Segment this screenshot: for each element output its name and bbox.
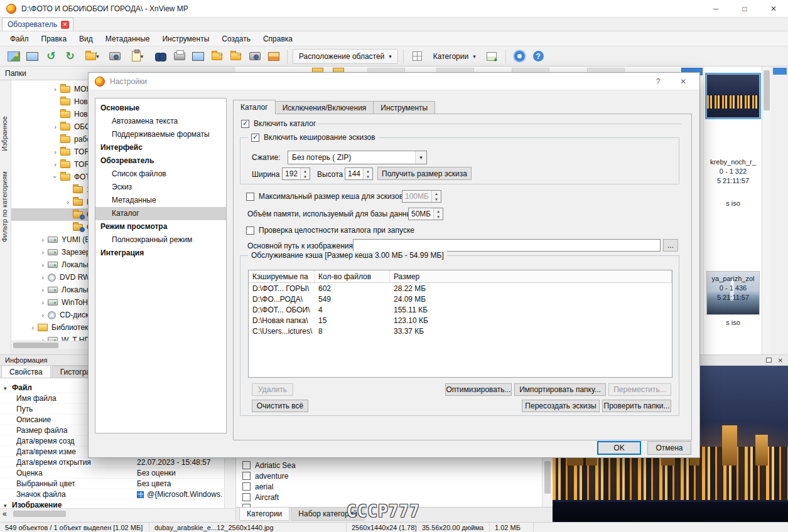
check-folders-button[interactable]: Проверить папки... [602,400,671,412]
chevron-right-icon[interactable]: › [39,261,46,269]
menu-metadata[interactable]: Метаданные [99,33,156,45]
menu-view[interactable]: Вид [73,33,99,45]
tab-catalog[interactable]: Каталог [233,100,276,114]
category-checkbox[interactable] [242,461,251,469]
checkbox-unchecked[interactable] [246,193,254,201]
table-row[interactable]: D:\ФОТ... ОБОИ\4155.11 КБ [249,304,672,315]
nav-view-mode[interactable]: Режим просмотра [95,220,226,233]
chevron-right-icon[interactable]: › [39,286,46,294]
nav-integration[interactable]: Интеграция [95,247,226,260]
menu-file[interactable]: Файл [4,33,35,45]
capture-button[interactable] [246,48,263,65]
checkbox-checked[interactable]: ✓ [241,120,249,128]
chevron-right-icon[interactable]: › [51,161,59,168]
category-row[interactable]: Aircraft [242,492,279,503]
clear-all-button[interactable]: Очистить всё [252,400,308,412]
category-row[interactable]: adventure [242,471,288,481]
integrity-checkbox-row[interactable]: Проверка целостности каталога при запуск… [246,226,414,235]
table-row[interactable]: D:\ФОТ... ГОРЫ\60228.22 МБ [249,283,672,294]
spin-up-icon[interactable]: ▴ [364,168,372,174]
chevron-right-icon[interactable]: › [29,324,36,331]
nav-fullscreen[interactable]: Полноэкранный режим [95,233,226,247]
ok-button[interactable]: OK [597,441,641,455]
spin-up-icon[interactable]: ▴ [434,208,443,214]
close-panel-icon[interactable]: ✕ [778,357,783,364]
categories-dropdown[interactable]: Категории ▾ [428,50,482,63]
minimize-button[interactable]: ─ [701,0,730,18]
cached-folders-table[interactable]: Кэшируемые па Кол-во файлов Размер D:\ФО… [248,270,672,378]
category-checkbox[interactable] [242,493,251,501]
category-row[interactable]: Adriatic Sea [242,460,296,471]
browse-button[interactable]: ... [663,239,678,252]
chevron-right-icon[interactable]: › [39,311,46,319]
scrollbar-thumb[interactable] [13,511,66,517]
category-row[interactable]: aerial [242,481,273,492]
thumb-cache-checkbox[interactable]: ✓ [251,134,259,142]
menu-create[interactable]: Создать [215,33,257,45]
property-row[interactable]: Выбранный цветБез цвета [0,479,224,489]
table-row[interactable]: D:\ФО...РОДА\54924.09 МБ [249,294,672,304]
copy-to-folder-button[interactable]: → [227,48,244,65]
scrollbar-thumb[interactable] [13,343,58,348]
nav-browser[interactable]: Обозреватель [95,154,226,168]
chevron-right-icon[interactable]: › [39,299,46,306]
tab-exclusions[interactable]: Исключения/Включения [275,101,374,114]
settings-button[interactable] [511,48,528,65]
thumbnail-layout-button[interactable] [409,48,426,65]
property-row[interactable]: ОценкаБез оценки [0,468,224,479]
chevron-right-icon[interactable]: › [39,248,46,256]
dialog-close-button[interactable]: ✕ [673,74,693,89]
scrollbar-thumb[interactable] [544,461,551,494]
spin-down-icon[interactable]: ▾ [364,174,372,179]
rebuild-thumbs-button[interactable]: Пересоздать эскизы [522,400,600,412]
move-to-folder-button[interactable]: → [208,48,225,65]
thumbnail-image[interactable] [706,74,760,118]
nav-thumbnail[interactable]: Эскиз [95,181,226,194]
chevron-right-icon[interactable]: › [51,85,59,93]
help-button[interactable]: ? [530,48,547,65]
link-button[interactable] [106,48,123,65]
tab-tools[interactable]: Инструменты [373,101,435,114]
print-button[interactable] [171,48,188,65]
height-spinner[interactable]: 144 ▴▾ [345,168,373,180]
tab-browser[interactable]: Обозреватель ✕ [2,18,73,31]
parent-folder-button[interactable]: ↑▾ [80,48,104,65]
spin-down-icon[interactable]: ▾ [301,174,310,179]
collapse-left-icon[interactable]: « [3,509,7,518]
tab-properties[interactable]: Свойства [1,365,51,378]
table-row[interactable]: C:\Users...ictures\833.37 КБ [249,326,672,336]
category-tree-button[interactable] [483,48,500,65]
dialog-help-button[interactable]: ? [648,74,668,89]
menu-tools[interactable]: Инструменты [156,33,215,45]
maximize-button[interactable]: □ [730,0,759,18]
float-panel-icon[interactable] [766,358,772,363]
menu-help[interactable]: Справка [257,33,299,45]
spin-up-icon[interactable]: ▴ [301,168,310,174]
chevron-right-icon[interactable]: › [39,236,46,243]
convert-button[interactable] [265,48,282,65]
table-row[interactable]: D:\Новая папка\15123.10 КБ [249,315,672,326]
rotate-cw-button[interactable]: ↻ [62,48,78,65]
scrollbar-thumb[interactable] [764,70,770,110]
slideshow-button[interactable] [190,48,207,65]
db-memory-spinner[interactable]: 50МБ ▴▾ [408,208,443,220]
cancel-button[interactable]: Отмена [647,441,691,455]
base-path-input[interactable] [353,239,661,252]
layout-dropdown[interactable]: Расположение областей ▾ [293,49,398,64]
chevron-right-icon[interactable]: › [51,123,59,130]
tab-categories[interactable]: Категории [239,508,289,521]
menu-edit[interactable]: Правка [35,33,73,45]
rotate-ccw-button[interactable]: ↺ [43,48,60,65]
nav-catalog[interactable]: Каталог [95,207,226,220]
tab-close-button[interactable]: ✕ [61,21,69,29]
viewer-button[interactable] [24,48,41,65]
column-header-size[interactable]: Размер [390,270,672,282]
nav-file-list[interactable]: Список файлов [95,168,226,181]
properties-hscrollbar[interactable]: « [0,508,235,518]
side-tab-favorites[interactable]: Избранное [1,107,11,161]
property-row[interactable]: Дата/время открытия22.07.2023 - 15:48:57 [0,457,224,468]
chevron-right-icon[interactable]: › [64,198,72,206]
nav-metadata[interactable]: Метаданные [95,194,226,207]
get-thumb-size-button[interactable]: Получить размер эскиза [377,167,472,180]
chevron-right-icon[interactable]: › [39,336,46,341]
